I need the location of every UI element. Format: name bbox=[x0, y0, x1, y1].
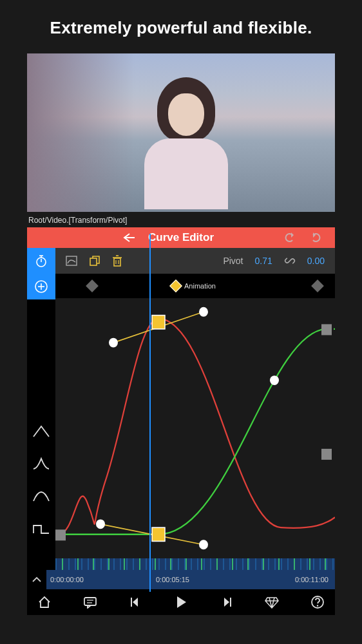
timecode-bar[interactable]: 0:00:00:00 0:00:05:15 0:00:11:00 bbox=[27, 570, 335, 589]
svg-point-18 bbox=[199, 307, 208, 317]
ease-curve-icon[interactable] bbox=[27, 448, 55, 480]
keyframe-marker-active[interactable] bbox=[169, 279, 182, 292]
left-tool-rail bbox=[27, 248, 55, 570]
linear-curve-icon[interactable] bbox=[27, 415, 55, 448]
graph-mode-icon[interactable] bbox=[66, 256, 77, 266]
param-value-1[interactable]: 0.71 bbox=[255, 256, 272, 266]
svg-point-17 bbox=[109, 338, 118, 348]
back-arrow-icon[interactable] bbox=[122, 232, 135, 243]
add-plus-icon[interactable] bbox=[27, 274, 55, 299]
svg-rect-27 bbox=[84, 598, 96, 605]
curve-graph[interactable] bbox=[55, 298, 335, 558]
redo-icon[interactable] bbox=[309, 232, 322, 243]
svg-rect-26 bbox=[321, 449, 332, 460]
smooth-curve-icon[interactable] bbox=[27, 480, 55, 512]
svg-point-20 bbox=[199, 540, 208, 549]
app-frame: Root/Video.[Transform/Pivot] Curve Edito… bbox=[27, 53, 335, 614]
timecode-end: 0:00:11:00 bbox=[295, 576, 329, 583]
help-icon[interactable] bbox=[310, 595, 325, 609]
keyframe-marker[interactable] bbox=[86, 279, 99, 292]
step-curve-icon[interactable] bbox=[27, 512, 55, 544]
svg-rect-10 bbox=[114, 258, 120, 266]
svg-point-33 bbox=[317, 605, 318, 606]
timecode-start: 0:00:00:00 bbox=[50, 576, 84, 583]
link-icon[interactable] bbox=[284, 256, 296, 266]
svg-rect-9 bbox=[90, 258, 97, 265]
keyframe-track[interactable]: Animation bbox=[55, 274, 335, 298]
svg-rect-23 bbox=[152, 527, 165, 541]
param-value-2[interactable]: 0.00 bbox=[307, 256, 325, 266]
curve-editor-header: Curve Editor bbox=[27, 227, 335, 248]
svg-rect-24 bbox=[55, 529, 66, 540]
premium-diamond-icon[interactable] bbox=[265, 596, 279, 609]
svg-point-19 bbox=[96, 519, 105, 529]
editor-title: Curve Editor bbox=[148, 231, 214, 244]
preview-subject bbox=[144, 77, 228, 206]
stopwatch-icon[interactable] bbox=[27, 248, 55, 274]
copy-icon[interactable] bbox=[89, 255, 100, 267]
video-preview[interactable] bbox=[27, 53, 335, 212]
prev-frame-icon[interactable] bbox=[129, 596, 142, 609]
svg-rect-22 bbox=[152, 316, 165, 329]
svg-rect-8 bbox=[66, 256, 77, 265]
svg-rect-25 bbox=[321, 324, 332, 335]
promo-tagline: Extremely powerful and flexible. bbox=[0, 0, 362, 53]
keyframe-marker[interactable] bbox=[311, 279, 324, 292]
param-toolbar: Pivot 0.71 0.00 bbox=[55, 248, 335, 274]
next-frame-icon[interactable] bbox=[220, 596, 233, 609]
playhead[interactable] bbox=[149, 234, 151, 592]
undo-icon[interactable] bbox=[283, 232, 296, 243]
keyframe-track-label: Animation bbox=[184, 282, 216, 290]
breadcrumb[interactable]: Root/Video.[Transform/Pivot] bbox=[27, 212, 335, 227]
comment-icon[interactable] bbox=[83, 596, 97, 609]
param-name-label: Pivot bbox=[223, 256, 243, 266]
home-icon[interactable] bbox=[37, 596, 52, 609]
delete-icon[interactable] bbox=[112, 255, 122, 267]
expand-timeline-icon[interactable] bbox=[27, 570, 46, 589]
play-icon[interactable] bbox=[173, 594, 189, 610]
timeline-ruler[interactable] bbox=[55, 558, 335, 570]
bottom-toolbar bbox=[27, 589, 335, 615]
timecode-current: 0:00:05:15 bbox=[156, 576, 189, 583]
svg-point-21 bbox=[270, 375, 279, 385]
